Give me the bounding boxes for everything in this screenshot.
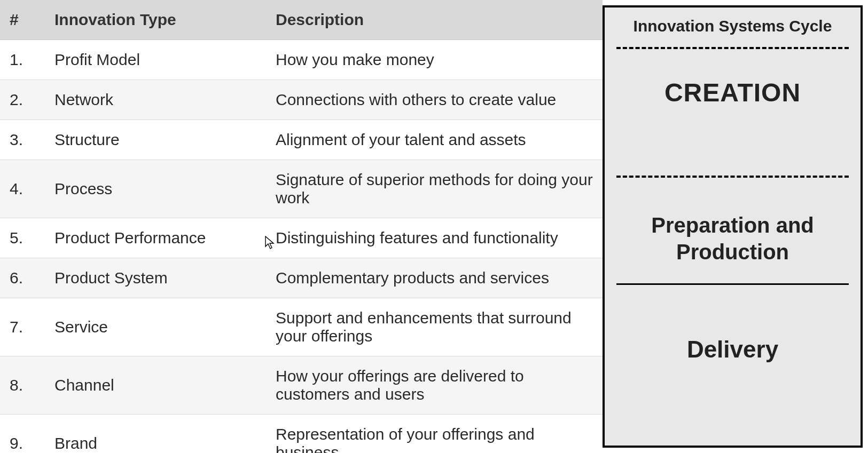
header-innovation-type: Innovation Type bbox=[48, 0, 269, 40]
phase-delivery: Delivery bbox=[616, 336, 849, 363]
cell-desc: Connections with others to create value bbox=[269, 80, 603, 120]
table-row: 4. Process Signature of superior methods… bbox=[0, 160, 603, 218]
table-row: 9. Brand Representation of your offering… bbox=[0, 415, 603, 454]
sidebar-title: Innovation Systems Cycle bbox=[616, 17, 849, 35]
innovation-cycle-panel: Innovation Systems Cycle CREATION Prepar… bbox=[603, 5, 863, 448]
table-row: 8. Channel How your offerings are delive… bbox=[0, 356, 603, 415]
cell-desc: Distinguishing features and functionalit… bbox=[269, 218, 603, 258]
cell-type: Process bbox=[48, 160, 269, 218]
cell-number: 4. bbox=[0, 160, 48, 218]
cell-desc: How you make money bbox=[269, 40, 603, 80]
table-row: 5. Product Performance Distinguishing fe… bbox=[0, 218, 603, 258]
cell-type: Service bbox=[48, 298, 269, 356]
divider-dashed bbox=[616, 47, 849, 49]
cell-number: 5. bbox=[0, 218, 48, 258]
table-row: 6. Product System Complementary products… bbox=[0, 258, 603, 298]
table-row: 2. Network Connections with others to cr… bbox=[0, 80, 603, 120]
cell-desc: Alignment of your talent and assets bbox=[269, 120, 603, 160]
cell-type: Network bbox=[48, 80, 269, 120]
cell-number: 1. bbox=[0, 40, 48, 80]
table-row: 3. Structure Alignment of your talent an… bbox=[0, 120, 603, 160]
divider-solid bbox=[616, 283, 849, 285]
divider-dashed bbox=[616, 176, 849, 178]
cell-desc: How your offerings are delivered to cust… bbox=[269, 356, 603, 415]
phase-preparation-production: Preparation and Production bbox=[616, 212, 849, 265]
cell-desc: Support and enhancements that surround y… bbox=[269, 298, 603, 356]
cell-desc: Complementary products and services bbox=[269, 258, 603, 298]
cell-number: 2. bbox=[0, 80, 48, 120]
cell-type: Product Performance bbox=[48, 218, 269, 258]
cell-number: 9. bbox=[0, 415, 48, 454]
cell-type: Structure bbox=[48, 120, 269, 160]
cell-type: Product System bbox=[48, 258, 269, 298]
cell-number: 6. bbox=[0, 258, 48, 298]
cell-number: 8. bbox=[0, 356, 48, 415]
table-header-row: # Innovation Type Description bbox=[0, 0, 603, 40]
phase-creation: CREATION bbox=[616, 78, 849, 107]
cell-type: Channel bbox=[48, 356, 269, 415]
cell-type: Profit Model bbox=[48, 40, 269, 80]
cell-type: Brand bbox=[48, 415, 269, 454]
header-number: # bbox=[0, 0, 48, 40]
innovation-types-table: # Innovation Type Description 1. Profit … bbox=[0, 0, 603, 453]
cell-desc: Signature of superior methods for doing … bbox=[269, 160, 603, 218]
header-description: Description bbox=[269, 0, 603, 40]
table-row: 7. Service Support and enhancements that… bbox=[0, 298, 603, 356]
cell-desc: Representation of your offerings and bus… bbox=[269, 415, 603, 454]
cell-number: 7. bbox=[0, 298, 48, 356]
table-row: 1. Profit Model How you make money bbox=[0, 40, 603, 80]
cell-number: 3. bbox=[0, 120, 48, 160]
